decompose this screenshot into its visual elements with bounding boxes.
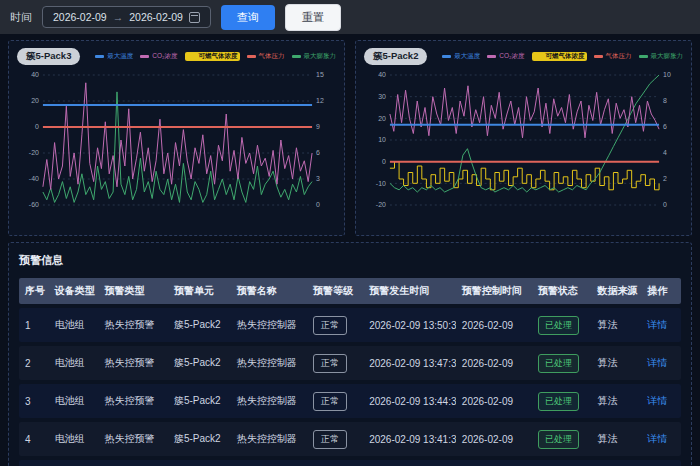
legend-label: CO₂浓度 [499,52,524,61]
calendar-icon [189,12,200,23]
cell-level: 正常 [307,316,363,335]
column-header-action: 操作 [641,278,681,304]
cell-no: 1 [19,320,49,331]
column-header-status: 预警状态 [532,278,592,304]
legend-item-气体压力[interactable]: 气体压力 [247,52,285,61]
legend-dash-icon [594,55,603,58]
column-header-name: 预警名称 [231,278,307,304]
detail-link[interactable]: 详情 [647,433,667,444]
status-badge: 已处理 [538,392,579,411]
detail-link[interactable]: 详情 [647,395,667,406]
legend-label: 气体压力 [259,52,285,61]
charts-row: 簇5-Pack3最大温度CO₂浓度可燃气体浓度气体压力最大膨胀力40200-20… [0,34,700,240]
cell-name: 热失控控制器 [231,432,307,446]
column-header-ctrl_time: 预警控制时间 [456,278,532,304]
cell-unit: 簇5-Pack2 [168,394,231,408]
column-header-device: 设备类型 [49,278,99,304]
cell-name: 热失控控制器 [231,356,307,370]
cell-action: 详情 [641,318,681,332]
svg-text:30: 30 [378,93,386,100]
cell-no: 2 [19,358,49,369]
cell-unit: 簇5-Pack2 [168,432,231,446]
svg-text:40: 40 [31,71,39,78]
cell-unit: 簇5-Pack2 [168,356,231,370]
svg-text:0: 0 [35,123,39,130]
legend-item-最大温度[interactable]: 最大温度 [442,52,480,61]
svg-text:9: 9 [316,123,320,130]
level-badge: 正常 [313,316,347,335]
svg-text:12: 12 [316,97,324,104]
svg-text:6: 6 [316,149,320,156]
chart-panel-簇5-Pack3: 簇5-Pack3最大温度CO₂浓度可燃气体浓度气体压力最大膨胀力40200-20… [8,40,345,236]
cell-device: 电池组 [49,432,99,446]
cell-ctrl_time: 2026-02-09 [456,358,532,369]
detail-link[interactable]: 详情 [647,357,667,368]
legend-label: 最大温度 [107,52,133,61]
table-row: 3电池组热失控预警簇5-Pack2热失控控制器正常2026-02-09 13:4… [19,384,681,418]
cell-status: 已处理 [532,354,592,373]
legend-item-可燃气体浓度[interactable]: 可燃气体浓度 [185,52,240,61]
time-filter-label: 时间 [10,10,32,25]
cell-no: 4 [19,434,49,445]
detail-link[interactable]: 详情 [647,319,667,330]
table-row: 5电池组热失控预警簇5-Pack2热失控控制器正常2026-02-09 13:3… [19,460,681,466]
svg-text:0: 0 [663,201,667,208]
cell-time: 2026-02-09 13:44:31 [363,396,456,407]
cell-action: 详情 [641,432,681,446]
chart-legend: 最大温度CO₂浓度可燃气体浓度气体压力最大膨胀力 [442,52,683,61]
svg-text:2: 2 [663,175,667,182]
cell-ctrl_time: 2026-02-09 [456,320,532,331]
legend-item-可燃气体浓度[interactable]: 可燃气体浓度 [532,52,587,61]
legend-item-最大膨胀力[interactable]: 最大膨胀力 [639,52,684,61]
legend-item-CO₂浓度[interactable]: CO₂浓度 [140,52,177,61]
cell-type: 热失控预警 [98,356,168,370]
cell-no: 3 [19,396,49,407]
cell-level: 正常 [307,430,363,449]
query-button[interactable]: 查询 [221,5,275,30]
table-body: 1电池组热失控预警簇5-Pack2热失控控制器正常2026-02-09 13:5… [19,308,681,466]
legend-item-气体压力[interactable]: 气体压力 [594,52,632,61]
status-badge: 已处理 [538,316,579,335]
cell-time: 2026-02-09 13:50:31 [363,320,456,331]
cell-device: 电池组 [49,318,99,332]
legend-label: 最大膨胀力 [651,52,684,61]
legend-item-最大温度[interactable]: 最大温度 [95,52,133,61]
legend-dash-icon [292,55,301,58]
cell-type: 热失控预警 [98,432,168,446]
level-badge: 正常 [313,354,347,373]
reset-button[interactable]: 重置 [285,4,341,31]
status-badge: 已处理 [538,354,579,373]
alert-panel: 预警信息 序号设备类型预警类型预警单元预警名称预警等级预警发生时间预警控制时间预… [8,242,692,466]
cell-level: 正常 [307,392,363,411]
svg-text:40: 40 [378,71,386,78]
legend-item-CO₂浓度[interactable]: CO₂浓度 [487,52,524,61]
chart-plot: 40200-20-40-6015129630 [17,67,336,219]
date-start-value: 2026-02-09 [53,11,107,23]
legend-dash-icon [487,55,496,58]
legend-item-最大膨胀力[interactable]: 最大膨胀力 [292,52,337,61]
date-range-arrow: → [113,11,124,23]
svg-text:8: 8 [663,97,667,104]
legend-label: 气体压力 [606,52,632,61]
cell-ctrl_time: 2026-02-09 [456,396,532,407]
svg-text:20: 20 [31,97,39,104]
column-header-level: 预警等级 [307,278,363,304]
svg-text:0: 0 [382,158,386,165]
date-end-value: 2026-02-09 [129,11,183,23]
svg-text:20: 20 [378,115,386,122]
cell-action: 详情 [641,394,681,408]
svg-text:3: 3 [316,175,320,182]
cell-time: 2026-02-09 13:41:31 [363,434,456,445]
column-header-time: 预警发生时间 [363,278,456,304]
legend-label: 最大膨胀力 [304,52,337,61]
date-range-picker[interactable]: 2026-02-09 → 2026-02-09 [42,6,211,28]
svg-text:-40: -40 [29,175,39,182]
table-header: 序号设备类型预警类型预警单元预警名称预警等级预警发生时间预警控制时间预警状态数据… [19,278,681,304]
cell-ctrl_time: 2026-02-09 [456,434,532,445]
cell-source: 算法 [592,318,642,332]
cell-type: 热失控预警 [98,318,168,332]
chart-legend: 最大温度CO₂浓度可燃气体浓度气体压力最大膨胀力 [95,52,336,61]
cell-level: 正常 [307,354,363,373]
column-header-type: 预警类型 [98,278,168,304]
legend-label: 可燃气体浓度 [199,52,238,61]
